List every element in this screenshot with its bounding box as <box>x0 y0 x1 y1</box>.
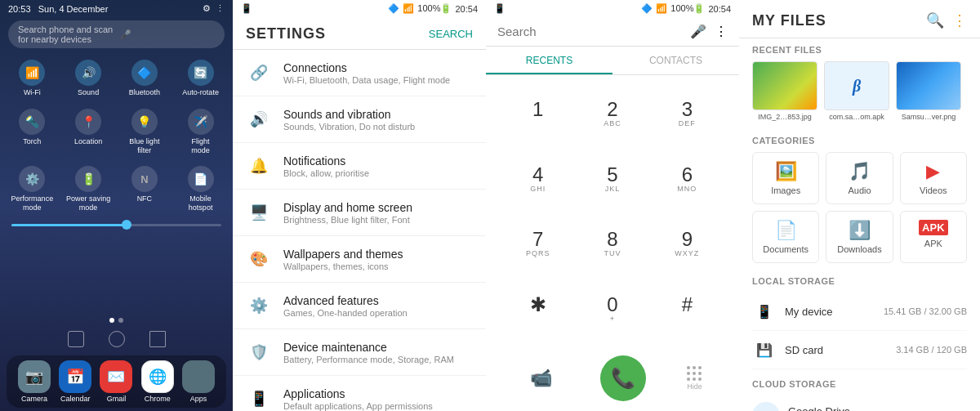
toggle-bluetooth[interactable]: 🔷 Bluetooth <box>118 55 172 102</box>
dial-key-5[interactable]: 5 JKL <box>577 149 648 211</box>
dial-key-6[interactable]: 6 MNO <box>652 149 723 211</box>
connections-title: Connections <box>283 61 473 74</box>
dialer-more-icon[interactable]: ⋮ <box>715 24 728 39</box>
dock-calendar[interactable]: 📅 Calendar <box>56 360 95 403</box>
cloud-storage-section: ▲ Google Drive alexdobie@gmail.com 3.99 … <box>739 392 980 411</box>
settings-search-button[interactable]: SEARCH <box>429 28 473 40</box>
page-dot-1 <box>109 318 114 323</box>
call-button[interactable]: 📞 <box>600 355 646 401</box>
apps-icon <box>182 360 215 393</box>
recent-files-list: IMG_2…853.jpg β com.sa…om.apk Samsu…ver.… <box>739 58 980 129</box>
files-more-icon[interactable]: ⋮ <box>952 11 967 29</box>
local-storage-label: LOCAL STORAGE <box>739 270 980 289</box>
toggle-sound[interactable]: 🔊 Sound <box>61 55 116 102</box>
toggle-nfc[interactable]: N NFC <box>118 161 172 217</box>
settings-item-sounds[interactable]: 🔊 Sounds and vibration Sounds, Vibration… <box>233 96 486 143</box>
cat-downloads[interactable]: ⬇️ Downloads <box>826 211 893 263</box>
files-body: RECENT FILES IMG_2…853.jpg β com.sa…om.a… <box>739 38 980 411</box>
hotspot-icon: 📄 <box>188 166 214 192</box>
categories-grid: 🖼️ Images 🎵 Audio ▶ Videos 📄 Documents ⬇… <box>739 149 980 270</box>
settings-item-advanced[interactable]: ⚙️ Advanced features Games, One-handed o… <box>233 283 486 329</box>
back-button[interactable] <box>68 331 84 347</box>
dialer-mic-icon[interactable]: 🎤 <box>690 24 706 39</box>
device-storage-icon: 📱 <box>752 299 777 324</box>
home-statusbar: 20:53 Sun, 4 December ⚙ ⋮ <box>0 0 233 17</box>
settings-icon[interactable]: ⚙ <box>203 3 211 14</box>
toggle-bluelight[interactable]: 💡 Blue lightfilter <box>118 104 172 160</box>
location-icon: 📍 <box>75 109 101 135</box>
dial-key-4[interactable]: 4 GHI <box>502 149 573 211</box>
dialer-battery: 100%🔋 <box>670 3 705 14</box>
cloud-gdrive[interactable]: ▲ Google Drive alexdobie@gmail.com 3.99 … <box>752 395 967 411</box>
advanced-icon: ⚙️ <box>246 293 272 319</box>
tab-recents[interactable]: RECENTS <box>486 47 612 74</box>
dial-key-7[interactable]: 7 PQRS <box>502 214 573 276</box>
hide-keypad-button[interactable]: Hide <box>687 366 702 391</box>
page-indicators <box>0 315 233 326</box>
storage-sdcard[interactable]: 💾 SD card 3.14 GB / 120 GB <box>752 331 967 369</box>
toggle-performance[interactable]: ⚙️ Performancemode <box>5 161 60 217</box>
files-header: MY FILES 🔍 ⋮ <box>739 0 980 38</box>
dialer-search-input[interactable] <box>497 25 682 38</box>
settings-item-connections[interactable]: 🔗 Connections Wi-Fi, Bluetooth, Data usa… <box>233 50 486 96</box>
flight-icon: ✈️ <box>188 109 214 135</box>
home-search-bar[interactable]: Search phone and scan for nearby devices… <box>8 20 225 48</box>
home-search-placeholder: Search phone and scan for nearby devices <box>18 25 114 44</box>
cat-videos[interactable]: ▶ Videos <box>900 152 967 204</box>
dial-key-3[interactable]: 3 DEF <box>652 83 723 145</box>
recents-button[interactable] <box>149 331 166 347</box>
toggle-autorotate[interactable]: 🔄 Auto-rotate <box>173 55 228 102</box>
dial-key-9[interactable]: 9 WXYZ <box>652 214 723 276</box>
cat-images[interactable]: 🖼️ Images <box>752 152 819 204</box>
display-icon: 🖥️ <box>246 199 272 226</box>
recent-file-png[interactable]: Samsu…ver.png <box>896 61 961 121</box>
video-call-button[interactable]: 📹 <box>523 360 559 396</box>
settings-item-notifications[interactable]: 🔔 Notifications Block, allow, prioritise <box>233 143 486 190</box>
toggle-wifi[interactable]: 📶 Wi-Fi <box>5 55 60 102</box>
settings-item-display[interactable]: 🖥️ Display and home screen Brightness, B… <box>233 190 486 236</box>
recent-files-label: RECENT FILES <box>739 38 980 58</box>
cat-documents[interactable]: 📄 Documents <box>752 211 819 263</box>
dialer-search-bar[interactable]: 🎤 ⋮ <box>486 17 739 47</box>
dial-key-star[interactable]: ✱ <box>502 279 573 341</box>
toggle-location[interactable]: 📍 Location <box>61 104 116 160</box>
mic-icon[interactable]: 🎤 <box>120 29 216 40</box>
cat-audio[interactable]: 🎵 Audio <box>826 152 893 204</box>
downloads-icon: ⬇️ <box>849 220 871 241</box>
dial-key-1[interactable]: 1 <box>502 83 573 145</box>
dialer-panel: 📱 🔷 📶 100%🔋 20:54 🎤 ⋮ RECENTS CONTACTS 1… <box>486 0 739 411</box>
cat-apk[interactable]: APK APK <box>900 211 967 263</box>
toggle-hotspot[interactable]: 📄 Mobilehotspot <box>173 161 228 217</box>
more-icon[interactable]: ⋮ <box>216 3 225 14</box>
recent-thumb-png <box>896 61 961 110</box>
dial-key-2[interactable]: 2 ABC <box>577 83 648 145</box>
wallpapers-icon: 🎨 <box>246 246 272 272</box>
dock-apps[interactable]: Apps <box>179 360 218 403</box>
cloud-storage-label: CLOUD STORAGE <box>739 373 980 392</box>
recent-file-apk[interactable]: β com.sa…om.apk <box>824 61 889 121</box>
recent-file-img[interactable]: IMG_2…853.jpg <box>752 61 817 121</box>
app-dock: 📷 Camera 📅 Calendar ✉️ Gmail 🌐 Chrome Ap… <box>7 355 226 408</box>
toggle-powersaving[interactable]: 🔋 Power savingmode <box>61 161 116 217</box>
dock-camera[interactable]: 📷 Camera <box>15 360 54 403</box>
settings-time: 20:54 <box>455 4 478 14</box>
brightness-bar[interactable] <box>0 221 233 230</box>
toggle-flightmode[interactable]: ✈️ Flightmode <box>173 104 228 160</box>
notifications-icon: 🔔 <box>246 153 272 179</box>
storage-device[interactable]: 📱 My device 15.41 GB / 32.00 GB <box>752 293 967 331</box>
dial-key-8[interactable]: 8 TUV <box>577 214 648 276</box>
videos-icon: ▶ <box>926 161 940 182</box>
dock-chrome[interactable]: 🌐 Chrome <box>138 360 177 403</box>
settings-item-device[interactable]: 🛡️ Device maintenance Battery, Performan… <box>233 329 486 376</box>
dock-gmail[interactable]: ✉️ Gmail <box>96 360 136 403</box>
toggle-torch[interactable]: 🔦 Torch <box>5 104 60 160</box>
tab-contacts[interactable]: CONTACTS <box>612 47 739 74</box>
files-search-icon[interactable]: 🔍 <box>926 11 944 29</box>
dial-key-hash[interactable]: # <box>652 279 723 341</box>
home-button[interactable] <box>109 331 125 347</box>
dial-key-0[interactable]: 0 + <box>577 279 648 341</box>
applications-icon: 📱 <box>246 386 272 411</box>
settings-item-wallpapers[interactable]: 🎨 Wallpapers and themes Wallpapers, them… <box>233 236 486 283</box>
settings-item-applications[interactable]: 📱 Applications Default applications, App… <box>233 376 486 411</box>
dialer-wifi-icon: 📶 <box>656 3 667 14</box>
